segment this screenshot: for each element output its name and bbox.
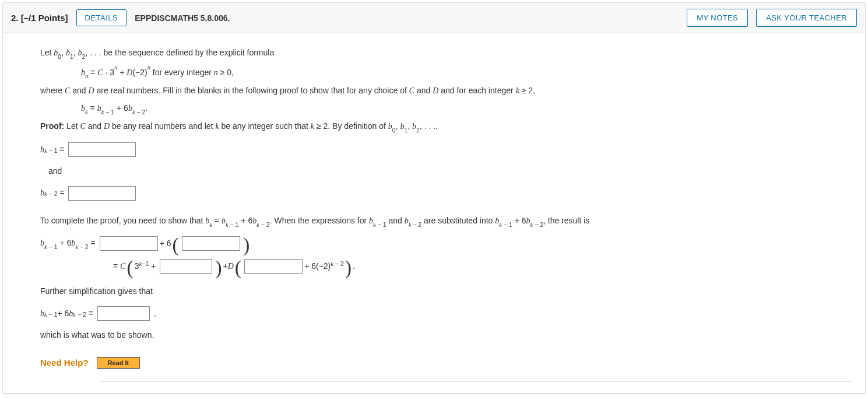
question-container: 2. [–/1 Points] DETAILS EPPDISCMATH5 5.8… bbox=[2, 2, 866, 394]
further-line: Further simplification gives that bbox=[40, 285, 853, 299]
bk-minus-1-row: bk − 1 = bbox=[40, 142, 853, 158]
need-help-label: Need Help? bbox=[40, 355, 89, 370]
blank-final[interactable] bbox=[97, 306, 150, 321]
question-number: 2. [–/1 Points] bbox=[11, 13, 68, 23]
blank-d-term[interactable] bbox=[244, 259, 303, 274]
blank-sub-1[interactable] bbox=[100, 236, 158, 251]
recurrence-formula: bk = bk − 1 + 6bk − 2. bbox=[40, 102, 853, 117]
and-word: and bbox=[40, 164, 853, 178]
proof-line: Proof: Let C and D be any real numbers a… bbox=[40, 120, 853, 135]
final-row: bk − 1 + 6bk − 2 = , bbox=[40, 306, 853, 321]
intro-line: Let b0, b1, b2, . . . be the sequence de… bbox=[40, 46, 853, 61]
question-reference: EPPDISCMATH5 5.8.006. bbox=[135, 13, 230, 23]
complete-proof-line: To complete the proof, you need to show … bbox=[40, 214, 853, 229]
details-button[interactable]: DETAILS bbox=[76, 9, 127, 26]
blank-sub-2[interactable] bbox=[182, 236, 240, 251]
bk-minus-2-row: bk − 2 = bbox=[40, 186, 853, 201]
substitution-row-2: = C ( 3k−1 + ) + D ( + 6(−2)k − 2 ). bbox=[40, 258, 853, 274]
question-body: Let b0, b1, b2, . . . be the sequence de… bbox=[3, 33, 865, 393]
blank-bk-minus-1[interactable] bbox=[68, 142, 136, 157]
substitution-row-1: bk − 1 + 6bk − 2 = + 6 ( ) bbox=[40, 236, 853, 251]
need-help-row: Need Help? Read It bbox=[40, 355, 853, 370]
blank-c-term[interactable] bbox=[160, 259, 212, 274]
my-notes-button[interactable]: MY NOTES bbox=[687, 9, 748, 27]
read-it-button[interactable]: Read It bbox=[97, 357, 140, 369]
blank-bk-minus-2[interactable] bbox=[68, 186, 136, 201]
where-line: where C and D are real numbers. Fill in … bbox=[40, 84, 853, 98]
ask-teacher-button[interactable]: ASK YOUR TEACHER bbox=[756, 9, 857, 27]
which-line: which is what was to be shown. bbox=[40, 328, 853, 342]
question-header: 2. [–/1 Points] DETAILS EPPDISCMATH5 5.8… bbox=[3, 3, 865, 33]
divider bbox=[99, 381, 853, 382]
explicit-formula: bn = C · 3n + D(−2)n for every integer n… bbox=[40, 65, 853, 80]
